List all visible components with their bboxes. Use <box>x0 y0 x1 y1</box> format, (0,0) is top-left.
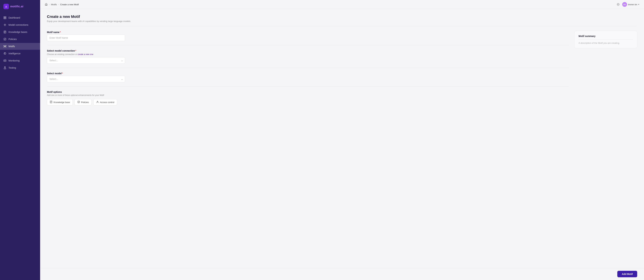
sidebar-navigation: Dashboard Model connections Knowledge ba… <box>0 13 40 73</box>
select-model-section: Select model* Select... <box>47 68 569 86</box>
sidebar-item-policies[interactable]: Policies <box>0 36 40 43</box>
home-icon[interactable] <box>45 3 48 6</box>
knowledge-base-pill-icon <box>50 101 52 104</box>
content-area: Create a new Motif Equip your developmen… <box>40 9 644 268</box>
sidebar-item-monitoring[interactable]: Monitoring <box>0 57 40 64</box>
svg-point-14 <box>6 47 6 47</box>
pill-policies-label: Policies <box>81 101 89 103</box>
motif-name-section: Motif name* <box>47 31 569 45</box>
chevron-down-icon: ▾ <box>638 3 639 6</box>
svg-point-11 <box>4 46 4 46</box>
svg-rect-6 <box>5 18 6 19</box>
select-model-label: Select model* <box>47 72 569 75</box>
svg-point-12 <box>6 46 6 46</box>
sidebar-item-testing[interactable]: Testing <box>0 64 40 71</box>
theme-toggle-button[interactable] <box>616 3 620 6</box>
pill-knowledge-base[interactable]: Knowledge base <box>47 99 73 105</box>
page-header: Create a new Motif Equip your developmen… <box>47 15 637 26</box>
footer-bar: Add Motif <box>40 268 644 280</box>
svg-point-13 <box>4 47 4 47</box>
sidebar-item-monitoring-label: Monitoring <box>8 59 20 62</box>
add-motif-button[interactable]: Add Motif <box>617 271 637 277</box>
monitoring-icon <box>4 59 6 62</box>
app-logo[interactable]: motific.ai <box>0 0 40 13</box>
breadcrumb-sep-1: › <box>49 4 50 6</box>
model-connection-label: Select model connection* <box>47 49 569 52</box>
summary-title: Motif summary <box>578 35 633 40</box>
form-sidebar: Motif summary A description of the Motif… <box>574 31 637 109</box>
model-connection-section: Select model connection* Choose an exist… <box>47 45 569 68</box>
select-model-select[interactable]: Select... <box>47 76 125 82</box>
summary-description: A description of the Motif you are creat… <box>578 42 633 44</box>
dashboard-icon <box>4 16 6 19</box>
breadcrumb-sep-2: › <box>58 4 59 6</box>
form-layout: Motif name* Select model connection* Cho… <box>47 31 637 109</box>
intelligence-icon <box>4 52 6 55</box>
pill-access-control-label: Access control <box>100 101 114 103</box>
motif-options-subtitle: Add one or more of these optional enhanc… <box>47 94 569 96</box>
pill-policies[interactable]: Policies <box>74 99 92 105</box>
svg-rect-20 <box>78 101 80 103</box>
motif-options-section: Motif options Add one or more of these o… <box>47 86 569 109</box>
model-connection-select-wrap: Select... <box>47 57 125 64</box>
form-main: Motif name* Select model connection* Cho… <box>47 31 569 109</box>
sidebar-item-intelligence[interactable]: Intelligence <box>0 50 40 57</box>
motif-options-pills: Knowledge base Policies <box>47 99 569 105</box>
svg-rect-3 <box>4 17 5 18</box>
pill-access-control[interactable]: Access control <box>93 99 117 105</box>
motif-name-label: Motif name* <box>47 31 569 34</box>
sidebar-item-model-connections[interactable]: Model connections <box>0 22 40 28</box>
model-connection-hint: Choose an existing connection or create … <box>47 53 569 56</box>
sidebar-item-knowledge-bases-label: Knowledge bases <box>8 31 27 33</box>
summary-card: Motif summary A description of the Motif… <box>574 31 637 48</box>
motifs-icon <box>4 45 6 48</box>
pill-knowledge-base-label: Knowledge base <box>54 101 70 103</box>
topbar-right: tm tmmm tm ▾ <box>616 2 639 7</box>
svg-point-7 <box>4 24 6 25</box>
app-name: motific.ai <box>10 5 24 8</box>
sidebar-item-dashboard-label: Dashboard <box>8 16 20 19</box>
user-menu[interactable]: tm tmmm tm ▾ <box>622 2 639 7</box>
motif-name-input[interactable] <box>47 35 125 41</box>
svg-point-16 <box>5 53 5 54</box>
motif-options-title: Motif options <box>47 91 569 93</box>
user-name: tmmm tm <box>628 3 637 6</box>
select-model-wrap: Select... <box>47 76 125 82</box>
main-content: › Motifs › Create a new Motif tm tmmm tm… <box>40 0 644 280</box>
breadcrumb-motifs-link[interactable]: Motifs <box>51 3 57 6</box>
sidebar-item-intelligence-label: Intelligence <box>8 52 20 55</box>
sidebar-item-dashboard[interactable]: Dashboard <box>0 14 40 21</box>
svg-rect-4 <box>5 17 6 18</box>
breadcrumb: › Motifs › Create a new Motif <box>45 3 79 6</box>
model-connections-icon <box>4 23 6 26</box>
sidebar-item-knowledge-bases[interactable]: Knowledge bases <box>0 29 40 35</box>
svg-point-21 <box>97 101 98 102</box>
sidebar-item-motifs[interactable]: Motifs <box>0 43 40 50</box>
sidebar-item-testing-label: Testing <box>8 66 16 69</box>
model-connection-select[interactable]: Select... <box>47 57 125 64</box>
sidebar-item-policies-label: Policies <box>8 38 17 41</box>
topbar: › Motifs › Create a new Motif tm tmmm tm… <box>40 0 644 9</box>
logo-icon <box>4 4 9 9</box>
svg-point-18 <box>618 4 619 5</box>
page-title: Create a new Motif <box>47 15 637 19</box>
avatar: tm <box>622 2 627 7</box>
knowledge-bases-icon <box>4 31 6 34</box>
policies-pill-icon <box>77 101 80 104</box>
testing-icon <box>4 66 6 69</box>
svg-rect-5 <box>4 18 5 19</box>
sidebar-item-motifs-label: Motifs <box>8 45 15 48</box>
breadcrumb-current: Create a new Motif <box>60 3 79 6</box>
page-subtitle: Equip your development teams with AI cap… <box>47 20 637 23</box>
sidebar: motific.ai Dashboard Model connections K… <box>0 0 40 280</box>
policies-icon <box>4 38 6 41</box>
create-new-connection-link[interactable]: create a new one <box>78 53 93 56</box>
sidebar-item-model-connections-label: Model connections <box>8 24 28 26</box>
access-control-pill-icon <box>96 101 99 104</box>
